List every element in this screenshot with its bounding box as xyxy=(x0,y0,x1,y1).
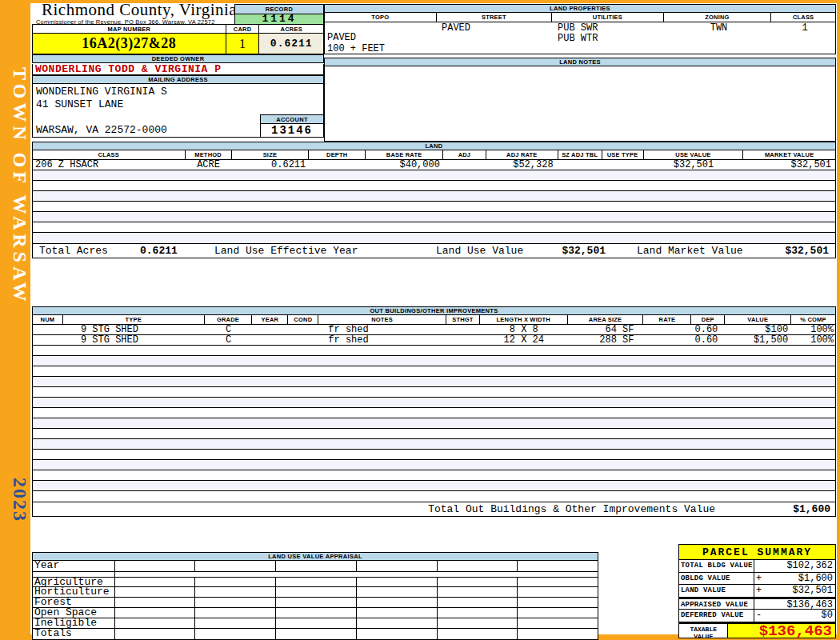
appraisal-row-year: Year xyxy=(32,561,598,572)
row-value: -$0 xyxy=(754,610,835,622)
empty-row xyxy=(33,222,835,233)
out-buildings-total-value: $1,600 xyxy=(793,502,830,516)
cell-depth xyxy=(309,160,366,170)
cell-adj-rate: $52,328 xyxy=(486,160,558,170)
row-label: Horticulture xyxy=(33,587,115,597)
out-buildings-total-label: Total Out Buildings & Other Improvements… xyxy=(428,502,715,516)
land-totals-row: Total Acres 0.6211 Land Use Effective Ye… xyxy=(32,244,836,258)
col-use-value: USE VALUE xyxy=(644,150,744,159)
col-num: NUM xyxy=(33,315,63,324)
town-spine-title: TOWN OF WARSAW xyxy=(3,67,30,306)
taxable-label: TAXABLE VALUE xyxy=(679,624,728,638)
cell-num xyxy=(33,335,63,345)
parcel-summary-title: PARCEL SUMMARY xyxy=(678,544,836,560)
land-market-value: $32,501 xyxy=(785,244,829,258)
total-acres-value: 0.6211 xyxy=(140,244,178,258)
empty-row xyxy=(33,418,835,429)
empty-row xyxy=(33,408,835,418)
land-properties-values: PAVED PUB SWR PUB WTR TWN 1 PAVED 100 + … xyxy=(324,22,836,54)
cell-adj xyxy=(443,160,486,170)
deeded-owner-label: DEEDED OWNER xyxy=(32,54,324,63)
col-area-size: AREA SIZE xyxy=(568,315,644,324)
class-value: 1 xyxy=(773,23,837,34)
col-class: CLASS xyxy=(33,150,186,159)
col-length-width: LENGTH X WIDTH xyxy=(480,315,568,324)
out-buildings-empty-rows xyxy=(32,346,836,502)
appraisal-row-ineligible: Ineligible xyxy=(32,618,598,629)
summary-row-taxable: TAXABLE VALUE $136,463 xyxy=(678,622,836,639)
col-adj: ADJ xyxy=(443,150,486,159)
row-label: APPRAISED VALUE xyxy=(679,599,754,610)
deeded-owner-value: WONDERLING TODD & VIRGINIA P xyxy=(32,64,324,75)
out-building-row: 9 STG SHED C fr shed 8 X 8 64 SF 0.60 $1… xyxy=(32,325,836,335)
empty-row xyxy=(33,233,835,243)
summary-row-obldg: OBLDG VALUE +$1,600 xyxy=(678,573,836,586)
empty-row xyxy=(33,212,835,222)
cell-type: 9 STG SHED xyxy=(63,335,205,345)
land-properties-section: LAND PROPERTIES TOPO STREET UTILITIES ZO… xyxy=(324,4,836,54)
cell-value: $100 xyxy=(725,325,791,334)
appraisal-row-horticulture: Horticulture xyxy=(32,587,598,598)
out-buildings-headers: NUM TYPE GRADE YEAR COND NOTES STHGT LEN… xyxy=(32,315,836,325)
cell-market-value: $32,501 xyxy=(743,160,835,170)
cell-rate xyxy=(643,335,691,345)
tax-year: 2023 xyxy=(3,478,30,522)
mailing-address-line: WONDERLING VIRGINIA S xyxy=(36,86,323,98)
empty-row xyxy=(33,491,835,502)
col-rate: RATE xyxy=(643,315,691,324)
land-table-row: 206 Z HSACR ACRE 0.6211 $40,000 $52,328 … xyxy=(32,160,836,170)
cell-method: ACRE xyxy=(186,160,232,170)
empty-row xyxy=(33,346,835,356)
cell-cond xyxy=(288,335,318,345)
land-table-empty-rows xyxy=(32,170,836,244)
row-label: Ineligible xyxy=(33,618,115,628)
land-properties-headers: TOPO STREET UTILITIES ZONING CLASS xyxy=(324,13,836,22)
summary-row-appraised: APPRAISED VALUE $136,463 xyxy=(678,598,836,610)
property-record-card: TOWN OF WARSAW 2023 Richmond County, Vir… xyxy=(0,0,840,640)
row-label: Year xyxy=(33,561,115,571)
empty-row xyxy=(33,398,835,408)
col-use-type: USE TYPE xyxy=(602,150,644,159)
cell-base-rate: $40,000 xyxy=(366,160,443,170)
land-properties-title: LAND PROPERTIES xyxy=(324,4,836,13)
col-market-value: MARKET VALUE xyxy=(743,150,835,159)
col-method: METHOD xyxy=(186,150,232,159)
appraisal-row-open-space: Open Space xyxy=(32,608,598,618)
out-building-row: 9 STG SHED C fr shed 12 X 24 288 SF 0.60… xyxy=(32,335,836,346)
land-use-value-label: Land Use Value xyxy=(436,244,523,258)
utilities-value-2: PUB WTR xyxy=(558,34,598,44)
empty-row xyxy=(33,481,835,491)
cell-area-size: 288 SF xyxy=(568,335,644,345)
row-value: $136,463 xyxy=(754,599,835,610)
acres-label: ACRES xyxy=(259,25,323,33)
row-label: LAND VALUE xyxy=(679,585,754,597)
row-label: Totals xyxy=(33,629,115,639)
cell-sthgt xyxy=(446,335,480,345)
cell-use-value: $32,501 xyxy=(643,160,743,170)
col-adj-rate: ADJ RATE xyxy=(486,150,558,159)
row-value: +$32,501 xyxy=(754,585,835,597)
land-table-headers: CLASS METHOD SIZE DEPTH BASE RATE ADJ AD… xyxy=(32,150,836,160)
col-topo: TOPO xyxy=(325,13,437,22)
col-notes: NOTES xyxy=(318,315,446,324)
empty-row xyxy=(33,470,835,481)
row-label: DEFERRED VALUE xyxy=(679,610,754,622)
empty-row xyxy=(33,429,835,439)
cell-area-size: 64 SF xyxy=(568,325,644,334)
empty-row xyxy=(33,191,835,202)
col-cond: COND xyxy=(288,315,318,324)
row-label: OBLDG VALUE xyxy=(679,573,754,585)
col-street: STREET xyxy=(437,13,553,22)
out-buildings-title: OUT BUILDINGS/OTHER IMPROVEMENTS xyxy=(32,306,836,315)
cell-dep: 0.60 xyxy=(691,325,725,334)
col-size: SIZE xyxy=(232,150,310,159)
col-value: VALUE xyxy=(725,315,791,324)
card-value: 1 xyxy=(226,34,260,54)
empty-row xyxy=(33,356,835,366)
cell-sz-adj-tbl xyxy=(558,160,602,170)
cell-notes: fr shed xyxy=(318,325,446,334)
cell-length-width: 8 X 8 xyxy=(480,325,568,334)
taxable-value: $136,463 xyxy=(728,624,835,638)
record-box: RECORD 1114 xyxy=(234,4,324,25)
land-use-value: $32,501 xyxy=(529,244,606,258)
